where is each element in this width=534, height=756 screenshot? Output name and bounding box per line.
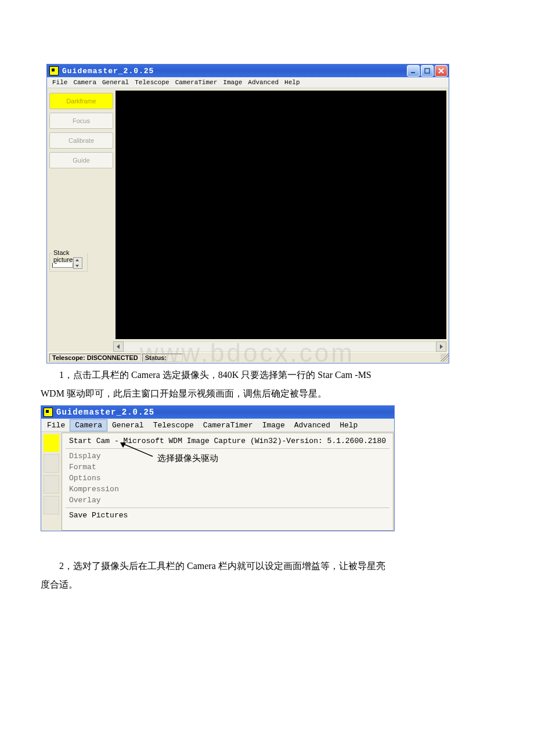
paragraph-1-line-1: 1，点击工具栏的 Camera 选定摄像头，840K 只要选择第一行的 Star…: [41, 368, 493, 382]
scroll-right-button[interactable]: [436, 341, 446, 352]
paragraph-1-line-2: WDM 驱动即可，此后主窗口开始显示视频画面，调焦后确定被导星。: [41, 387, 493, 401]
status-label: Status:: [142, 354, 183, 362]
menubar: File Camera General Telescope CameraTime…: [47, 77, 449, 88]
chevron-left-icon: [116, 344, 121, 349]
dropdown-separator-1: [66, 448, 389, 449]
chevron-right-icon: [439, 344, 443, 349]
menu-file[interactable]: File: [49, 79, 70, 86]
svg-marker-4: [117, 344, 120, 349]
app-icon: [49, 66, 59, 75]
menu2-cameratimer[interactable]: CameraTimer: [199, 420, 258, 431]
app-window-menu-open: Guidemaster_2.0.25 File Camera General T…: [41, 405, 395, 531]
menu2-image[interactable]: Image: [258, 420, 290, 431]
scroll-left-button[interactable]: [113, 341, 124, 352]
menu-help[interactable]: Help: [282, 79, 302, 86]
left-panel: Darkframe Focus Calibrate Guide Stack pi…: [47, 88, 116, 341]
statusbar: Telescope: DISCONNECTED Status:: [47, 352, 449, 363]
dropdown-display[interactable]: Display: [62, 451, 393, 462]
dropdown-options[interactable]: Options: [62, 473, 393, 484]
minimize-icon: [410, 68, 416, 74]
menu2-file[interactable]: File: [42, 420, 70, 431]
dropdown-start-cam[interactable]: Start Cam - Microsoft WDM Image Capture …: [62, 435, 393, 447]
calibrate-button-2[interactable]: [44, 475, 59, 494]
darkframe-button-2[interactable]: [44, 434, 59, 452]
left-panel-2: [41, 432, 62, 531]
guide-button[interactable]: Guide: [49, 152, 113, 168]
guide-button-2[interactable]: [44, 496, 59, 514]
dropdown-kompression[interactable]: Kompression: [62, 484, 393, 495]
maximize-icon: [424, 68, 430, 74]
menu2-advanced[interactable]: Advanced: [290, 420, 335, 431]
paragraph-2-line-1: 2，选对了摄像头后在工具栏的 Camera 栏内就可以设定画面增益等，让被导星亮: [41, 559, 493, 573]
resize-grip[interactable]: [441, 354, 449, 362]
svg-marker-5: [440, 344, 443, 349]
menu2-telescope[interactable]: Telescope: [149, 420, 199, 431]
menu-advanced[interactable]: Advanced: [245, 79, 282, 86]
focus-button-2[interactable]: [44, 454, 59, 473]
darkframe-button[interactable]: Darkframe: [49, 93, 113, 109]
close-button[interactable]: [435, 65, 448, 77]
video-preview: [116, 91, 446, 339]
stack-spinner[interactable]: [73, 257, 82, 269]
close-icon: [438, 68, 444, 74]
dropdown-overlay[interactable]: Overlay: [62, 495, 393, 506]
menu-cameratimer[interactable]: CameraTimer: [172, 79, 221, 86]
window-title: Guidemaster_2.0.25: [62, 67, 407, 75]
titlebar-2[interactable]: Guidemaster_2.0.25: [41, 406, 394, 419]
dropdown-format[interactable]: Format: [62, 462, 393, 473]
dropdown-save-pictures[interactable]: Save Pictures: [62, 510, 393, 521]
window-title-2: Guidemaster_2.0.25: [56, 408, 393, 417]
app-window-main: Guidemaster_2.0.25 File Camera General T…: [46, 64, 449, 363]
menu-telescope[interactable]: Telescope: [132, 79, 172, 86]
focus-button[interactable]: Focus: [49, 113, 113, 129]
maximize-button[interactable]: [421, 65, 434, 77]
paragraph-2-line-2: 度合适。: [41, 578, 493, 592]
svg-rect-0: [411, 72, 415, 73]
titlebar[interactable]: Guidemaster_2.0.25: [47, 64, 449, 77]
menu-general[interactable]: General: [99, 79, 132, 86]
menu2-camera[interactable]: Camera: [70, 419, 107, 431]
svg-line-6: [122, 444, 153, 456]
minimize-button[interactable]: [407, 65, 420, 77]
scroll-track[interactable]: [124, 341, 436, 352]
camera-dropdown-menu: Start Cam - Microsoft WDM Image Capture …: [62, 433, 394, 531]
callout-arrow-icon: [118, 441, 158, 459]
dropdown-separator-2: [66, 507, 389, 508]
svg-rect-1: [425, 69, 430, 73]
app-icon-2: [44, 408, 53, 417]
telescope-status: Telescope: DISCONNECTED: [49, 354, 141, 362]
horizontal-scrollbar[interactable]: [47, 341, 449, 352]
callout-label: 选择摄像头驱动: [157, 453, 218, 464]
menubar-2: File Camera General Telescope CameraTime…: [41, 419, 394, 432]
menu2-help[interactable]: Help: [335, 420, 362, 431]
menu-camera[interactable]: Camera: [70, 79, 99, 86]
calibrate-button[interactable]: Calibrate: [49, 132, 113, 149]
menu-image[interactable]: Image: [220, 79, 245, 86]
stack-pictures-group: Stack pictures 0: [49, 253, 113, 272]
menu2-general[interactable]: General: [107, 420, 149, 431]
